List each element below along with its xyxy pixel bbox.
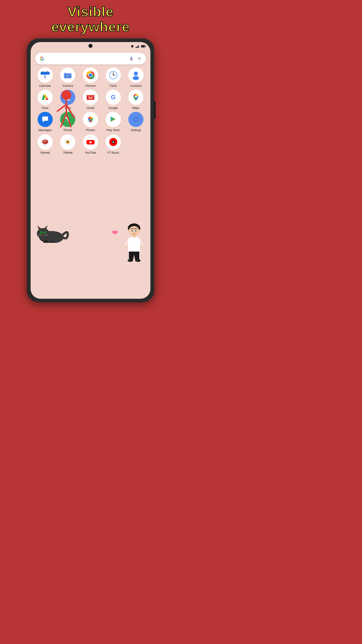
app-google[interactable]: G Google	[103, 90, 123, 110]
svg-marker-89	[44, 226, 48, 230]
svg-point-111	[132, 230, 133, 232]
svg-point-93	[41, 232, 42, 234]
svg-point-91	[40, 232, 42, 234]
svg-marker-88	[37, 226, 41, 230]
svg-point-92	[44, 232, 46, 234]
app-row-4: Shimeji TMoble	[34, 134, 147, 154]
status-bar	[31, 42, 150, 50]
app-clock[interactable]: Clock	[103, 68, 123, 88]
svg-point-100	[43, 240, 48, 243]
svg-point-66	[45, 140, 46, 142]
svg-point-110	[135, 230, 137, 232]
app-tmoble[interactable]: TMoble	[58, 134, 78, 154]
app-drive[interactable]: Drive	[35, 90, 55, 110]
app-maps[interactable]: Maps	[126, 90, 146, 110]
app-settings[interactable]: Settings	[126, 112, 146, 132]
lens-icon[interactable]	[137, 56, 142, 62]
app-gmail[interactable]: Gmail	[80, 90, 100, 110]
search-bar[interactable]	[35, 53, 146, 64]
svg-rect-3	[138, 46, 139, 48]
app-messages[interactable]: Messages	[35, 112, 55, 132]
svg-point-104	[128, 224, 140, 233]
svg-point-114	[136, 230, 136, 231]
svg-line-98	[44, 234, 48, 235]
svg-rect-20	[43, 71, 43, 73]
svg-point-108	[129, 226, 139, 236]
svg-point-121	[128, 260, 131, 261]
app-youtube[interactable]: YouTube	[80, 134, 100, 154]
svg-marker-0	[130, 45, 134, 48]
app-ytmusic[interactable]: YT Music	[103, 134, 123, 154]
svg-point-67	[44, 144, 45, 144]
svg-point-107	[138, 230, 140, 232]
search-bar-right-icons	[128, 56, 142, 62]
phone-frame: 6 Calendar	[27, 38, 154, 302]
svg-point-25	[66, 74, 69, 77]
svg-point-86	[39, 231, 64, 243]
svg-point-102	[45, 240, 46, 242]
app-playstore[interactable]: Play Store	[103, 112, 123, 132]
app-calendar[interactable]: 6 Calendar	[35, 68, 55, 88]
battery-icon	[141, 45, 146, 48]
svg-rect-48	[66, 98, 68, 99]
svg-point-54	[135, 95, 137, 98]
wifi-icon	[130, 45, 134, 48]
app-row-3: Messages Phone	[34, 112, 147, 132]
svg-text:6: 6	[44, 75, 46, 79]
mic-icon[interactable]	[128, 56, 134, 62]
svg-rect-1	[136, 47, 137, 48]
svg-rect-2	[137, 46, 138, 48]
svg-point-38	[134, 72, 138, 76]
svg-point-112	[135, 230, 137, 232]
svg-text:G: G	[111, 94, 116, 100]
svg-point-26	[67, 75, 68, 76]
header-title: Visible everywhere	[51, 4, 130, 34]
svg-point-120	[135, 259, 141, 262]
app-row-2: Drive Files	[34, 90, 147, 110]
signal-icon	[136, 45, 140, 48]
svg-point-94	[44, 232, 45, 234]
app-contacts[interactable]: Contacts	[126, 68, 146, 88]
svg-rect-47	[66, 97, 69, 98]
svg-point-72	[67, 141, 69, 143]
app-shimeji[interactable]: Shimeji	[35, 134, 55, 154]
svg-marker-90	[38, 226, 41, 229]
svg-point-101	[50, 241, 55, 243]
svg-point-36	[113, 75, 114, 76]
app-camera[interactable]: Camera	[58, 68, 78, 88]
svg-rect-18	[41, 74, 50, 75]
svg-point-61	[135, 118, 137, 120]
heart-sticker: ❤	[112, 228, 118, 237]
app-row-1: 6 Calendar	[34, 68, 147, 88]
svg-line-96	[38, 234, 42, 235]
svg-point-109	[131, 230, 133, 232]
svg-rect-4	[139, 45, 140, 48]
svg-point-30	[89, 73, 92, 77]
svg-point-105	[129, 226, 139, 234]
app-photos[interactable]: Photos	[80, 112, 100, 132]
camera-notch	[88, 44, 92, 48]
boy-sticker	[121, 222, 147, 264]
status-icons	[130, 45, 146, 48]
app-files[interactable]: Files	[58, 90, 78, 110]
svg-point-118	[141, 246, 143, 248]
app-phone[interactable]: Phone	[58, 112, 78, 132]
svg-point-115	[133, 232, 135, 233]
app-chrome[interactable]: Chrome	[80, 68, 100, 88]
svg-point-103	[46, 240, 47, 242]
svg-point-87	[37, 228, 49, 239]
svg-point-65	[43, 141, 45, 142]
svg-marker-95	[42, 234, 44, 236]
svg-point-113	[132, 230, 133, 231]
svg-point-106	[128, 230, 130, 232]
svg-point-117	[125, 246, 127, 248]
app-grid: 6 Calendar	[31, 68, 150, 299]
svg-point-119	[128, 259, 133, 262]
svg-rect-21	[47, 71, 48, 73]
svg-point-64	[42, 140, 48, 144]
svg-rect-6	[145, 46, 146, 47]
phone-screen: 6 Calendar	[31, 42, 150, 299]
svg-rect-46	[66, 96, 69, 96]
svg-rect-116	[132, 236, 136, 238]
cat-sticker	[35, 223, 69, 243]
